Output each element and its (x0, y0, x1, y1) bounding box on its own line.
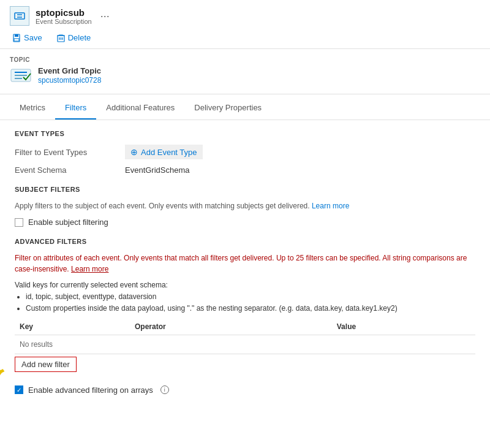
add-new-filter-button[interactable]: Add new filter (15, 357, 77, 372)
tab-filters[interactable]: Filters (55, 97, 96, 120)
tab-bar: Metrics Filters Additional Features Deli… (0, 97, 490, 120)
arrow-annotation (0, 344, 9, 387)
subject-learn-more-link[interactable]: Learn more (312, 202, 349, 210)
subject-filters-title: SUBJECT FILTERS (15, 186, 475, 193)
tab-delivery[interactable]: Delivery Properties (184, 97, 271, 120)
topic-section: TOPIC Event Grid Topic spcustomtopic0728 (0, 49, 490, 94)
topic-type: Event Grid Topic (38, 66, 101, 75)
col-operator: Operator (130, 319, 332, 335)
filter-no-results-row: No results (15, 335, 475, 354)
subject-filtering-checkbox[interactable] (15, 218, 23, 227)
topic-icon (10, 64, 32, 86)
adv-learn-more-link[interactable]: Learn more (71, 265, 108, 273)
advanced-filters-desc: Filter on attributes of each event. Only… (15, 252, 475, 275)
add-filter-section: Add new filter (15, 357, 77, 379)
app-icon (10, 6, 29, 26)
filter-event-label: Filter to Event Types (15, 148, 125, 157)
tab-metrics[interactable]: Metrics (10, 97, 55, 120)
enable-arrays-row: Enable advanced filtering on arrays i (15, 385, 475, 395)
event-schema-row: Event Schema EventGridSchema (15, 165, 475, 175)
filter-event-types-row: Filter to Event Types ⊕ Add Event Type (15, 145, 475, 159)
enable-arrays-label: Enable advanced filtering on arrays (28, 385, 153, 395)
valid-key-item-2: Custom properties inside the data payloa… (26, 303, 475, 314)
subject-filters-desc: Apply filters to the subject of each eve… (15, 200, 475, 211)
valid-keys-section: Valid keys for currently selected event … (15, 279, 475, 315)
tab-content: EVENT TYPES Filter to Event Types ⊕ Add … (0, 120, 490, 409)
event-schema-value: EventGridSchema (125, 165, 190, 175)
delete-icon (57, 34, 65, 42)
col-key: Key (15, 319, 130, 335)
valid-key-item-1: id, topic, subject, eventtype, dataversi… (26, 291, 475, 303)
resource-name: sptopicsub (36, 7, 92, 18)
subject-filtering-label: Enable subject filtering (28, 218, 108, 227)
svg-rect-0 (15, 13, 24, 19)
more-options-icon[interactable]: ··· (100, 10, 110, 23)
col-value: Value (332, 319, 475, 335)
subject-filtering-checkbox-row: Enable subject filtering (15, 218, 475, 227)
no-results-text: No results (15, 335, 475, 354)
resource-subtitle: Event Subscription (36, 18, 92, 25)
tab-additional[interactable]: Additional Features (96, 97, 184, 120)
svg-rect-4 (15, 34, 18, 37)
save-icon (12, 34, 21, 42)
save-button[interactable]: Save (10, 32, 45, 44)
topic-section-label: TOPIC (10, 56, 101, 63)
enable-arrays-info-icon[interactable]: i (160, 385, 169, 394)
topic-link[interactable]: spcustomtopic0728 (38, 76, 101, 85)
event-types-title: EVENT TYPES (15, 130, 475, 137)
add-event-type-button[interactable]: ⊕ Add Event Type (125, 145, 203, 159)
advanced-filters-title: ADVANCED FILTERS (15, 238, 475, 245)
filter-table: Key Operator Value No results (15, 319, 475, 354)
enable-arrays-checkbox[interactable] (15, 385, 23, 394)
svg-rect-5 (14, 39, 19, 41)
delete-button[interactable]: Delete (55, 32, 94, 44)
event-schema-label: Event Schema (15, 165, 125, 175)
add-event-icon: ⊕ (130, 147, 138, 157)
